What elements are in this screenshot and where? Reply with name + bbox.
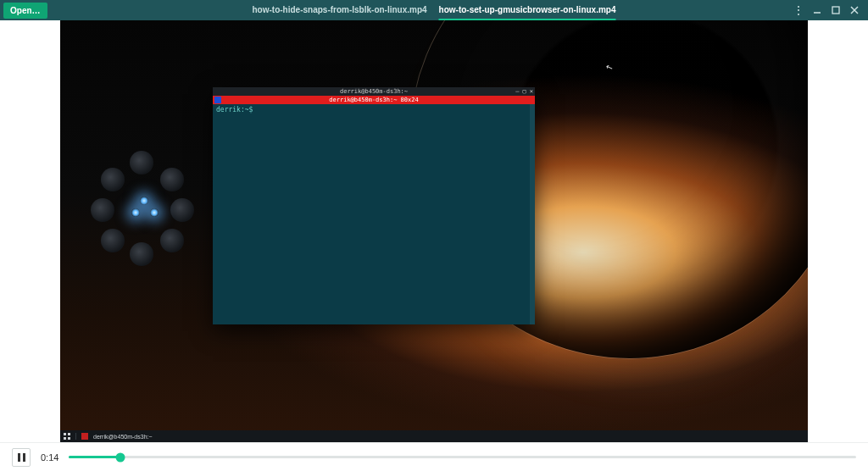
terminal-titlebar[interactable]: derrik@b450m-ds3h:~ — ▢ ✕ xyxy=(213,87,535,96)
video-frame[interactable]: derrik@b450m-ds3h:~ — ▢ ✕ derrik@b450m-d… xyxy=(60,20,808,442)
terminal-tab-bar[interactable]: derrik@b450m-ds3h:~ 80x24 xyxy=(213,96,535,104)
tab-video-1[interactable]: how-to-hide-snaps-from-lsblk-on-linux.mp… xyxy=(253,0,427,20)
spaceship-graphic xyxy=(86,147,187,266)
seek-fill xyxy=(69,456,120,458)
taskbar-separator xyxy=(75,433,76,440)
terminal-prompt: derrik:~$ xyxy=(216,106,253,114)
pause-icon xyxy=(18,453,20,462)
tab-label: how-to-set-up-gmusicbrowser-on-linux.mp4 xyxy=(439,5,616,14)
tab-video-2[interactable]: how-to-set-up-gmusicbrowser-on-linux.mp4 xyxy=(439,0,616,20)
pause-icon xyxy=(23,453,25,462)
seek-track xyxy=(69,456,856,458)
player-controls: 0:14 xyxy=(0,442,868,471)
taskbar-app-icon[interactable] xyxy=(81,433,88,440)
terminal-title: derrik@b450m-ds3h:~ xyxy=(340,88,408,95)
minimize-icon[interactable] xyxy=(812,5,822,15)
terminal-close-icon[interactable]: ✕ xyxy=(530,88,533,95)
terminal-window[interactable]: derrik@b450m-ds3h:~ — ▢ ✕ derrik@b450m-d… xyxy=(213,87,535,324)
taskbar-app-label[interactable]: derrik@b450m-ds3h:~ xyxy=(93,434,153,440)
terminal-tab-icon xyxy=(214,97,221,103)
kebab-menu-icon[interactable]: ⋮ xyxy=(793,5,804,15)
seek-thumb[interactable] xyxy=(115,452,125,462)
terminal-minimize-icon[interactable]: — xyxy=(515,88,519,95)
app-grid-icon[interactable] xyxy=(64,433,70,440)
window-controls: ⋮ xyxy=(793,5,868,15)
terminal-body[interactable]: derrik:~$ xyxy=(213,104,535,324)
seek-bar[interactable] xyxy=(69,452,856,463)
timecode: 0:14 xyxy=(41,452,58,463)
app-header: Open… how-to-hide-snaps-from-lsblk-on-li… xyxy=(0,0,868,20)
svg-rect-1 xyxy=(832,7,839,14)
terminal-tab-label: derrik@b450m-ds3h:~ 80x24 xyxy=(329,97,418,103)
close-icon[interactable] xyxy=(849,5,860,15)
maximize-icon[interactable] xyxy=(831,5,841,15)
desktop-taskbar[interactable]: derrik@b450m-ds3h:~ xyxy=(60,430,808,442)
pause-button[interactable] xyxy=(12,448,31,467)
tab-bar: how-to-hide-snaps-from-lsblk-on-linux.mp… xyxy=(253,0,616,20)
open-button[interactable]: Open… xyxy=(3,3,47,19)
terminal-maximize-icon[interactable]: ▢ xyxy=(523,88,526,95)
video-area: derrik@b450m-ds3h:~ — ▢ ✕ derrik@b450m-d… xyxy=(0,20,868,442)
terminal-window-controls: — ▢ ✕ xyxy=(515,87,533,96)
tab-label: how-to-hide-snaps-from-lsblk-on-linux.mp… xyxy=(253,5,427,14)
